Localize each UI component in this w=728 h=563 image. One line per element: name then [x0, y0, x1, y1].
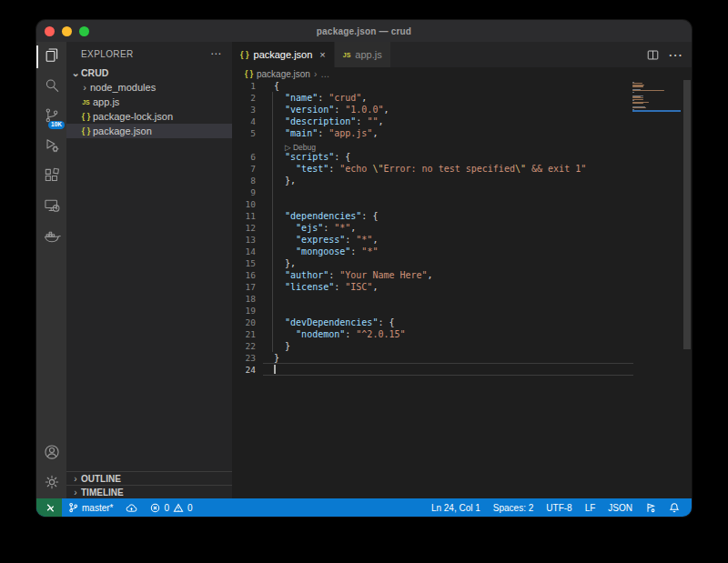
close-tab-icon[interactable]: × [319, 49, 325, 60]
chevron-right-icon: › [79, 82, 90, 93]
sidebar-section-outline[interactable]: ›OUTLINE [66, 471, 232, 485]
sync-changes-button[interactable] [119, 498, 144, 517]
code-text: "express": "*", [274, 234, 378, 246]
code-line-2[interactable]: 2 "name": "crud", [232, 92, 692, 104]
status-language-mode[interactable]: JSON [602, 498, 639, 517]
editor[interactable]: 1{2 "name": "crud",3 "version": "1.0.0",… [232, 80, 692, 498]
sidebar-title: EXPLORER [81, 49, 134, 59]
activity-bar-item-remote-explorer[interactable] [36, 192, 66, 222]
section-label: TIMELINE [81, 488, 124, 498]
line-number: 16 [232, 269, 256, 281]
code-line-6[interactable]: 6 "scripts": { [232, 151, 692, 163]
line-number: 11 [232, 210, 256, 222]
tree-item-package-lock-json[interactable]: { }package-lock.json [66, 109, 232, 124]
code-line-8[interactable]: 8 }, [232, 175, 692, 186]
line-number: 13 [232, 234, 256, 246]
tree-item-app-js[interactable]: JSapp.js [66, 95, 232, 109]
code-text: "mongoose": "*" [274, 246, 378, 257]
code-text: "name": "crud", [274, 92, 367, 104]
code-line-10[interactable]: 10 [232, 198, 692, 210]
json-file-icon: { } [79, 112, 93, 121]
tree-item-node-modules[interactable]: ›node_modules [66, 80, 232, 95]
code-line-21[interactable]: 21 "nodemon": "^2.0.15" [232, 328, 692, 340]
activity-bar-item-docker[interactable] [36, 222, 66, 252]
activity-bar-item-source-control[interactable]: 10K [36, 102, 66, 132]
code-line-20[interactable]: 20 "devDependencies": { [232, 317, 692, 328]
more-actions-icon[interactable]: ⋯ [210, 47, 221, 60]
remote-indicator[interactable] [36, 498, 62, 517]
activity-bar-item-run-and-debug[interactable] [36, 132, 66, 162]
sidebar-section-timeline[interactable]: ›TIMELINE [66, 485, 232, 498]
code-line-24[interactable]: 24 [232, 364, 692, 376]
line-number: 18 [232, 293, 256, 305]
code-text: }, [274, 175, 296, 186]
activity-bar-item-search[interactable] [36, 72, 66, 102]
minimap[interactable] [632, 82, 681, 113]
code-line-15[interactable]: 15 }, [232, 257, 692, 269]
status-eol[interactable]: LF [579, 498, 602, 517]
split-editor-icon[interactable] [647, 49, 659, 61]
breadcrumb-file[interactable]: package.json [257, 69, 310, 79]
activity-bar-item-accounts[interactable] [36, 438, 66, 468]
zoom-window-button[interactable] [79, 26, 89, 36]
tab-label: app.js [355, 49, 381, 60]
js-file-icon: JS [79, 99, 93, 106]
tree-item-package-json[interactable]: { }package.json [66, 124, 232, 138]
code-line-5[interactable]: 5 "main": "app.js", [232, 127, 692, 139]
desktop-background: package.json — crud 10K EXPLORER ⋯ ⌄ CRU… [0, 0, 728, 563]
git-branch-status[interactable]: master* [62, 498, 119, 517]
close-window-button[interactable] [45, 26, 55, 36]
code-text: "scripts": { [274, 151, 350, 163]
code-line-18[interactable]: 18 [232, 293, 692, 305]
code-line-16[interactable]: 16 "author": "Your Name Here", [232, 269, 692, 281]
code-line-19[interactable]: 19 [232, 305, 692, 317]
json-file-icon: { } [245, 69, 253, 78]
activity-bar-item-extensions[interactable] [36, 162, 66, 192]
line-number: 9 [232, 186, 256, 198]
tree-root-folder[interactable]: ⌄ CRUD [66, 65, 232, 80]
json-file-icon: { } [240, 50, 249, 59]
more-actions-icon[interactable]: ⋯ [668, 46, 682, 64]
code-line-12[interactable]: 12 "ejs": "*", [232, 222, 692, 234]
tab-label: package.json [254, 49, 313, 60]
line-number: 2 [232, 92, 256, 104]
activity-bar-item-explorer[interactable] [36, 42, 66, 72]
code-line-23[interactable]: 23} [232, 352, 692, 364]
code-line-3[interactable]: 3 "version": "1.0.0", [232, 104, 692, 116]
code-line-22[interactable]: 22 } [232, 340, 692, 352]
vscode-window: package.json — crud 10K EXPLORER ⋯ ⌄ CRU… [36, 20, 692, 517]
code-line-17[interactable]: 17 "license": "ISC", [232, 281, 692, 293]
feedback-button[interactable] [639, 498, 662, 517]
breadcrumb-symbol-more[interactable]: … [320, 69, 329, 79]
code-line-9[interactable]: 9 [232, 186, 692, 198]
accounts-icon [43, 443, 61, 465]
status-cursor-position[interactable]: Ln 24, Col 1 [425, 498, 487, 517]
notifications-button[interactable] [662, 498, 686, 517]
problems-status[interactable]: 0 0 [144, 498, 198, 517]
warning-icon [173, 503, 184, 513]
code-line-14[interactable]: 14 "mongoose": "*" [232, 246, 692, 257]
code-line-7[interactable]: 7 "test": "echo \"Error: no test specifi… [232, 163, 692, 175]
minimize-window-button[interactable] [62, 26, 72, 36]
line-number: 17 [232, 281, 256, 293]
codelens-row: ▷ Debug [232, 139, 692, 151]
code-line-13[interactable]: 13 "express": "*", [232, 234, 692, 246]
section-label: OUTLINE [81, 474, 121, 484]
line-number: 19 [232, 305, 256, 317]
editor-scrollbar[interactable] [683, 80, 691, 349]
tab-app-js[interactable]: JSapp.js [335, 42, 390, 67]
settings-icon [43, 473, 61, 495]
code-text: "version": "1.0.0", [274, 104, 389, 116]
status-encoding[interactable]: UTF-8 [540, 498, 578, 517]
search-icon [43, 76, 61, 98]
explorer-icon [43, 46, 61, 68]
code-line-11[interactable]: 11 "dependencies": { [232, 210, 692, 222]
tab-package-json[interactable]: { }package.json× [232, 42, 334, 67]
code-line-4[interactable]: 4 "description": "", [232, 116, 692, 127]
status-indentation[interactable]: Spaces: 2 [487, 498, 540, 517]
activity-bar-item-settings[interactable] [36, 468, 66, 498]
docker-icon [43, 226, 61, 248]
line-number: 20 [232, 317, 256, 328]
code-line-1[interactable]: 1{ [232, 80, 692, 92]
breadcrumb: { } package.json › … [232, 67, 692, 80]
